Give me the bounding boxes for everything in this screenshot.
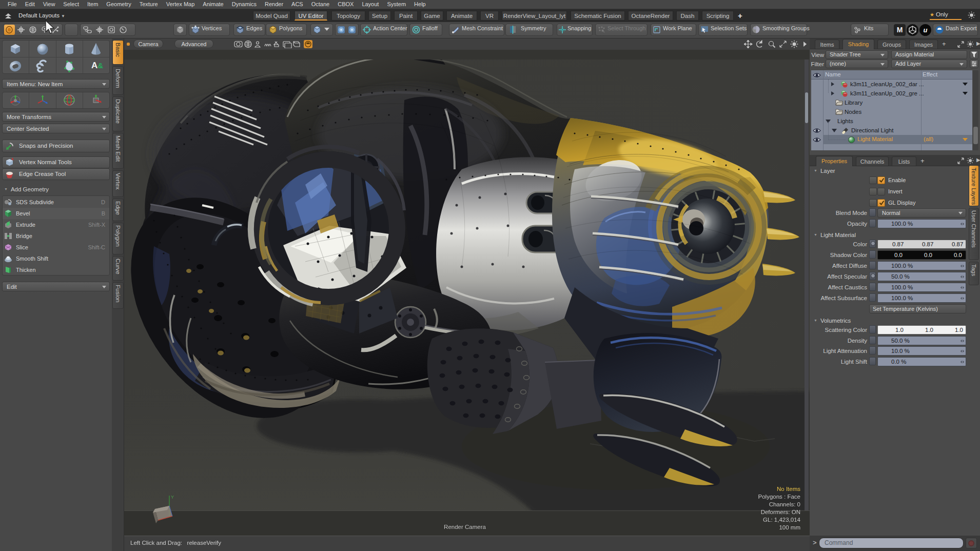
svg-text:Deformers: ON: Deformers: ON <box>761 509 800 515</box>
svg-text:Polygons : Face: Polygons : Face <box>758 494 800 500</box>
svg-text:Render Camera: Render Camera <box>444 524 486 530</box>
svg-text:Channels: 0: Channels: 0 <box>769 501 800 507</box>
svg-text:Y: Y <box>171 495 174 500</box>
svg-text:GL: 1,423,014: GL: 1,423,014 <box>763 517 800 523</box>
svg-text:100 mm: 100 mm <box>779 524 800 530</box>
svg-text:No Items: No Items <box>777 486 800 492</box>
